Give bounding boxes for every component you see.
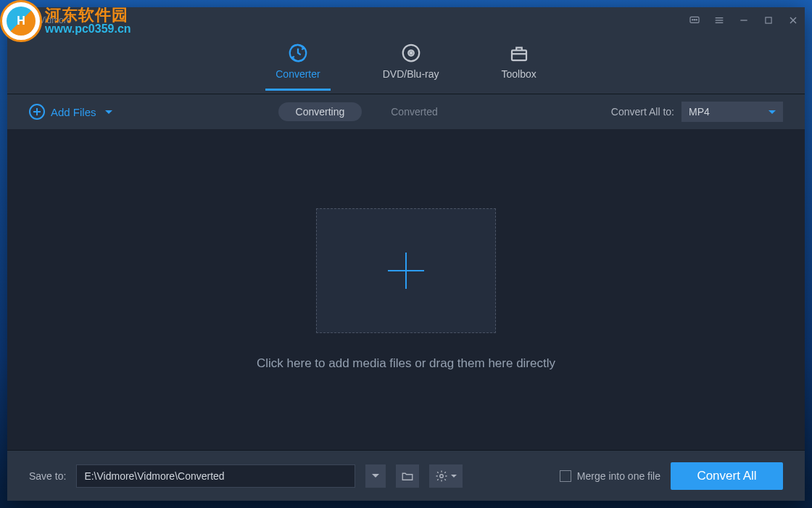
feedback-icon[interactable] — [689, 15, 700, 26]
gear-icon — [435, 470, 448, 483]
convert-all-to-label: Convert All to: — [611, 106, 674, 118]
format-selected: MP4 — [689, 106, 710, 118]
dropzone-help-text: Click here to add media files or drag th… — [257, 356, 555, 371]
folder-icon — [401, 470, 414, 483]
output-path[interactable]: E:\Vidmore\Vidmore\Converted — [76, 464, 355, 488]
add-files-dropzone[interactable] — [316, 208, 496, 333]
tab-toolbox[interactable]: Toolbox — [492, 38, 547, 90]
format-dropdown[interactable]: MP4 — [682, 102, 783, 122]
path-dropdown-button[interactable] — [365, 464, 386, 488]
top-navigation: Converter DVD/Blu-ray Toolbox — [7, 33, 805, 94]
menu-icon[interactable] — [713, 15, 725, 26]
tab-dvd-label: DVD/Blu-ray — [383, 68, 439, 80]
tab-converting[interactable]: Converting — [278, 102, 362, 121]
app-logo — [13, 10, 33, 30]
disc-icon — [400, 42, 422, 64]
svg-point-1 — [692, 20, 693, 20]
minimize-icon[interactable] — [738, 15, 750, 26]
tab-converter-label: Converter — [276, 68, 320, 80]
bottom-toolbar: Save to: E:\Vidmore\Vidmore\Converted Me… — [7, 450, 805, 501]
svg-rect-15 — [512, 50, 526, 60]
checkbox-icon — [560, 470, 571, 482]
tab-converter[interactable]: Converter — [265, 38, 330, 90]
merge-label: Merge into one file — [577, 470, 660, 482]
add-files-label: Add Files — [51, 106, 96, 118]
chevron-down-icon — [768, 110, 776, 114]
plus-icon — [388, 253, 424, 289]
close-icon[interactable] — [787, 15, 799, 26]
chevron-down-icon — [372, 474, 379, 478]
svg-point-2 — [694, 20, 695, 20]
toolbox-icon — [508, 42, 530, 64]
sub-toolbar: Add Files Converting Converted Convert A… — [7, 94, 805, 129]
svg-point-3 — [696, 20, 697, 20]
main-content: Click here to add media files or drag th… — [7, 129, 805, 450]
svg-point-16 — [440, 474, 444, 478]
merge-checkbox[interactable]: Merge into one file — [560, 470, 660, 482]
add-files-button[interactable]: Add Files — [29, 104, 112, 120]
svg-point-14 — [410, 52, 412, 54]
tab-dvd[interactable]: DVD/Blu-ray — [373, 38, 450, 90]
open-folder-button[interactable] — [396, 464, 419, 488]
convert-all-button[interactable]: Convert All — [671, 462, 783, 490]
settings-button[interactable] — [429, 464, 463, 488]
converter-icon — [287, 42, 309, 64]
plus-circle-icon — [29, 104, 45, 120]
svg-rect-8 — [766, 17, 771, 23]
save-to-label: Save to: — [29, 470, 66, 482]
titlebar: Vidmore — [7, 7, 805, 33]
tab-toolbox-label: Toolbox — [502, 68, 536, 80]
app-title: Vidmore — [39, 15, 689, 25]
chevron-down-icon — [451, 475, 457, 478]
maximize-icon[interactable] — [763, 15, 774, 26]
tab-converted[interactable]: Converted — [384, 102, 445, 121]
chevron-down-icon — [105, 110, 112, 114]
